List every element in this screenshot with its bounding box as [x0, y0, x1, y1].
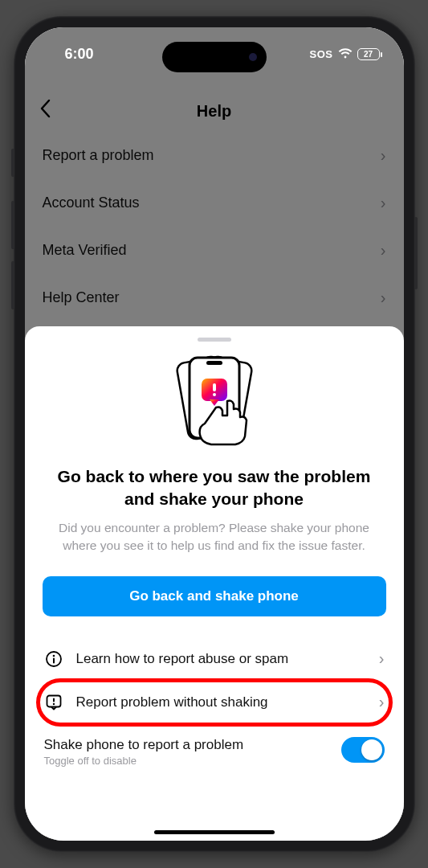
chevron-right-icon: ›: [379, 693, 385, 711]
dynamic-island: [162, 42, 267, 72]
volume-down-button: [11, 261, 14, 309]
volume-up-button: [11, 201, 14, 249]
phone-frame: Help Report a problem › Account Status ›…: [14, 16, 415, 852]
svg-rect-9: [53, 657, 55, 663]
info-icon: [44, 649, 63, 669]
sheet-row-label: Learn how to report abuse or spam: [76, 651, 289, 667]
battery-indicator: 27: [357, 48, 380, 60]
go-back-shake-button[interactable]: Go back and shake phone: [43, 576, 386, 616]
toggle-sublabel: Toggle off to disable: [44, 755, 244, 767]
svg-point-5: [213, 393, 216, 396]
wifi-icon: [338, 48, 353, 59]
status-time: 6:00: [49, 41, 94, 63]
sheet-grabber[interactable]: [198, 338, 231, 342]
silent-switch: [11, 149, 14, 177]
sheet-title: Go back to where you saw the problem and…: [43, 465, 386, 511]
svg-rect-3: [206, 361, 222, 365]
report-without-shaking-row[interactable]: Report problem without shaking ›: [43, 681, 386, 724]
shake-toggle-row: Shake phone to report a problem Toggle o…: [43, 724, 386, 767]
svg-rect-11: [53, 698, 55, 702]
sheet-subtitle: Did you encounter a problem? Please shak…: [43, 519, 386, 555]
chevron-right-icon: ›: [379, 649, 385, 668]
svg-rect-6: [213, 383, 216, 391]
report-problem-sheet: Go back to where you saw the problem and…: [25, 326, 404, 841]
shake-toggle-switch[interactable]: [341, 737, 385, 763]
svg-point-12: [52, 702, 54, 704]
toggle-label: Shake phone to report a problem: [44, 737, 244, 753]
status-right: SOS 27: [310, 43, 380, 60]
battery-level: 27: [364, 50, 373, 59]
sos-indicator: SOS: [310, 48, 333, 60]
shake-phone-illustration: [43, 353, 386, 449]
sheet-row-label: Report problem without shaking: [76, 694, 268, 710]
report-icon: [44, 693, 63, 712]
home-indicator[interactable]: [154, 830, 275, 834]
power-button: [414, 217, 418, 289]
screen: Help Report a problem › Account Status ›…: [25, 27, 404, 841]
learn-report-abuse-row[interactable]: Learn how to report abuse or spam ›: [43, 637, 386, 681]
svg-point-8: [52, 654, 55, 657]
